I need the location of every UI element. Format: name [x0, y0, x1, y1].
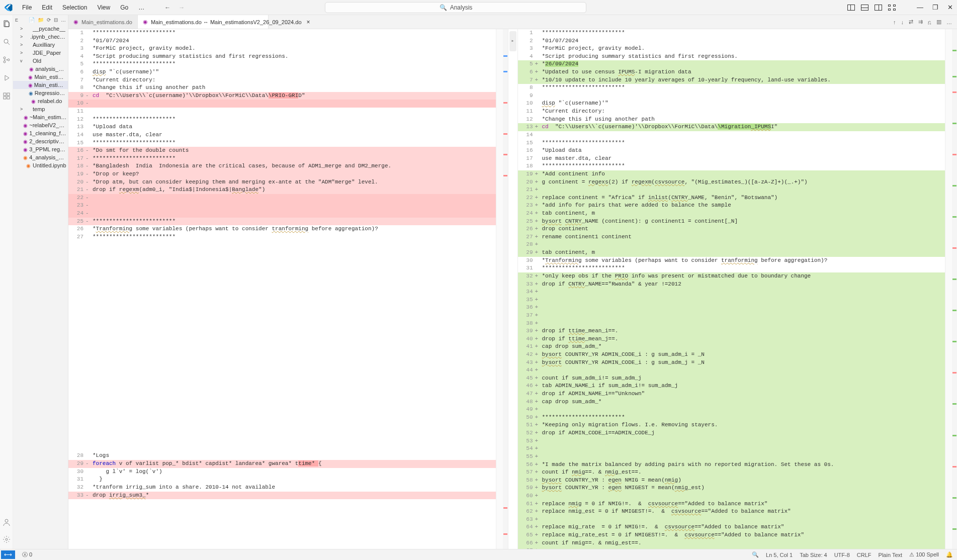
nav-back-icon[interactable]: ←: [164, 4, 170, 11]
diff-whitespace-icon[interactable]: ⎌: [928, 19, 931, 25]
menu-file[interactable]: File: [17, 2, 37, 13]
more-icon[interactable]: …: [61, 17, 66, 23]
tab-main-estimations[interactable]: ◉ Main_estimations.do: [68, 15, 138, 29]
code-line: 52+drop if ADMIN_CODE_i==ADMIN_CODE_j: [518, 429, 945, 437]
code-line: 64+replace mig_rate = 0 if NMIG!=. & csv…: [518, 523, 945, 531]
code-line: 15*************************: [68, 139, 496, 147]
tree-item[interactable]: ◉~Main_estimations.d…: [13, 113, 68, 121]
tree-item[interactable]: vOld: [13, 57, 68, 65]
code-line: 33-drop irrig_sum3_*: [68, 492, 496, 500]
window-maximize-icon[interactable]: ❐: [932, 4, 938, 11]
editor-tabs: ◉ Main_estimations.do ◉ Main_estimations…: [68, 15, 957, 29]
tree-item[interactable]: ◉2_descriptive_figures_…: [13, 137, 68, 145]
right-minimap[interactable]: [945, 29, 952, 549]
code-line: 56+*I made the matrix balanced by adding…: [518, 461, 945, 469]
tree-item[interactable]: ◉Untitled.ipynb: [13, 161, 68, 169]
menu-overflow[interactable]: …: [133, 2, 149, 13]
left-overview-ruler[interactable]: [503, 29, 508, 549]
left-minimap[interactable]: [496, 29, 503, 549]
right-overview-ruler[interactable]: [952, 29, 957, 549]
accounts-icon[interactable]: [2, 518, 11, 527]
code-line: 14use master.dta, clear: [68, 131, 496, 139]
tree-item[interactable]: ◉Regressions_ML.py: [13, 89, 68, 97]
tree-item[interactable]: ◉relabel.do: [13, 97, 68, 105]
explorer-icon[interactable]: [2, 19, 11, 28]
status-tab-size[interactable]: Tab Size: 4: [800, 552, 827, 558]
diff-inline-icon[interactable]: ⇉: [918, 19, 923, 25]
tree-item[interactable]: ◉Main_estimationsV2_…: [13, 81, 68, 89]
window-minimize-icon[interactable]: —: [917, 4, 923, 11]
status-encoding[interactable]: UTF-8: [834, 552, 850, 558]
tab-diff[interactable]: ◉ Main_estimations.do ↔ Main_estimations…: [138, 15, 269, 29]
code-line: 17-*************************: [68, 155, 496, 163]
tree-item[interactable]: >temp: [13, 105, 68, 113]
code-line: 7*Current directory:: [68, 76, 496, 84]
extensions-icon[interactable]: [2, 91, 11, 101]
search-activity-icon[interactable]: [2, 37, 11, 46]
source-control-icon[interactable]: [2, 55, 11, 64]
file-icon: ◉: [24, 114, 28, 121]
code-line: 43+bysort COUNTRY_YR ADMIN_CODE_i : g su…: [518, 359, 945, 367]
layout-panel-icon[interactable]: [861, 5, 868, 11]
tree-item[interactable]: ◉Main_estimations.do: [13, 73, 68, 81]
tree-item[interactable]: ◉1_cleaning_for_regres…: [13, 129, 68, 137]
code-line: 5*************************: [68, 60, 496, 68]
tree-item[interactable]: ◉4_analysis_ML_bygen…: [13, 153, 68, 161]
tree-label: JDE_Paper: [33, 50, 61, 56]
diff-next-icon[interactable]: ↓: [901, 19, 904, 25]
diff-gutter[interactable]: ▸: [508, 29, 518, 549]
new-folder-icon[interactable]: 📁: [38, 17, 44, 23]
debug-icon[interactable]: [2, 73, 11, 82]
menu-view[interactable]: View: [92, 2, 115, 13]
left-code-area[interactable]: 1*************************2*01/07/20243*…: [68, 29, 496, 549]
settings-gear-icon[interactable]: [2, 535, 11, 544]
diff-prev-icon[interactable]: ↑: [893, 19, 896, 25]
activity-bar: [0, 15, 13, 549]
code-line: 13*Upload data: [68, 123, 496, 131]
collapse-icon[interactable]: ⊟: [54, 17, 58, 23]
close-tab-icon[interactable]: ×: [307, 19, 310, 26]
menu-selection[interactable]: Selection: [57, 2, 92, 13]
status-eol[interactable]: CRLF: [857, 552, 872, 558]
window-close-icon[interactable]: ✕: [947, 4, 953, 11]
layout-customize-icon[interactable]: [888, 5, 896, 11]
layout-sidebar-left-icon[interactable]: [847, 5, 855, 11]
command-center-search[interactable]: 🔍 Analysis: [325, 2, 586, 13]
status-notifications-icon[interactable]: 🔔: [946, 551, 953, 558]
nav-forward-icon[interactable]: →: [179, 4, 185, 11]
tree-label: relabel.do: [38, 98, 62, 104]
tree-item[interactable]: >Auxilliary: [13, 41, 68, 49]
code-line: 20+g continent = regexs(2) if regexm(csv…: [518, 178, 945, 186]
code-line: 30 g l`v' = log(`v'): [68, 468, 496, 476]
diff-swap-icon[interactable]: ⇄: [909, 19, 913, 25]
status-errors[interactable]: ⓧ 0: [22, 551, 32, 558]
status-spell[interactable]: ⚠ 100 Spell: [909, 551, 939, 558]
file-icon: ◉: [23, 122, 28, 129]
svg-rect-4: [4, 93, 6, 96]
refresh-icon[interactable]: ⟳: [47, 17, 51, 23]
status-language[interactable]: Plain Text: [879, 552, 903, 558]
menu-go[interactable]: Go: [115, 2, 133, 13]
remote-indicator[interactable]: ⟷: [1, 550, 15, 559]
code-line: 26+drop continent: [518, 225, 945, 233]
tree-item[interactable]: ◉3_PPML regressions f…: [13, 145, 68, 153]
status-ln-col[interactable]: Ln 5, Col 1: [766, 552, 793, 558]
code-line: 61+replace nmig = 0 if NMIG!=. & csvsour…: [518, 500, 945, 508]
status-find-icon[interactable]: 🔍: [752, 551, 759, 558]
tree-item[interactable]: ◉~relabelV2_26_09_20…: [13, 121, 68, 129]
more-actions-icon[interactable]: …: [946, 19, 952, 25]
tree-item[interactable]: >JDE_Paper: [13, 49, 68, 57]
tree-item[interactable]: ◉analysis_Ella.do: [13, 65, 68, 73]
code-line: 3*ForMiC project, gravity model.: [68, 45, 496, 53]
new-file-icon[interactable]: 📄: [29, 17, 35, 23]
tree-item[interactable]: >__pycache__: [13, 25, 68, 33]
code-line: 26*Tranforming some variables (perhaps w…: [68, 225, 496, 233]
menu-edit[interactable]: Edit: [37, 2, 57, 13]
code-line: 65+replace mig_rate_est = 0 if NMIGEST!=…: [518, 531, 945, 539]
tree-item[interactable]: >.ipynb_checkpoints: [13, 33, 68, 41]
code-line: 34+: [518, 288, 945, 296]
layout-sidebar-right-icon[interactable]: [875, 5, 882, 11]
right-code-area[interactable]: 1*************************2*01/07/20243*…: [518, 29, 945, 549]
folder-icon: [25, 49, 31, 56]
split-editor-icon[interactable]: ▥: [936, 19, 941, 25]
